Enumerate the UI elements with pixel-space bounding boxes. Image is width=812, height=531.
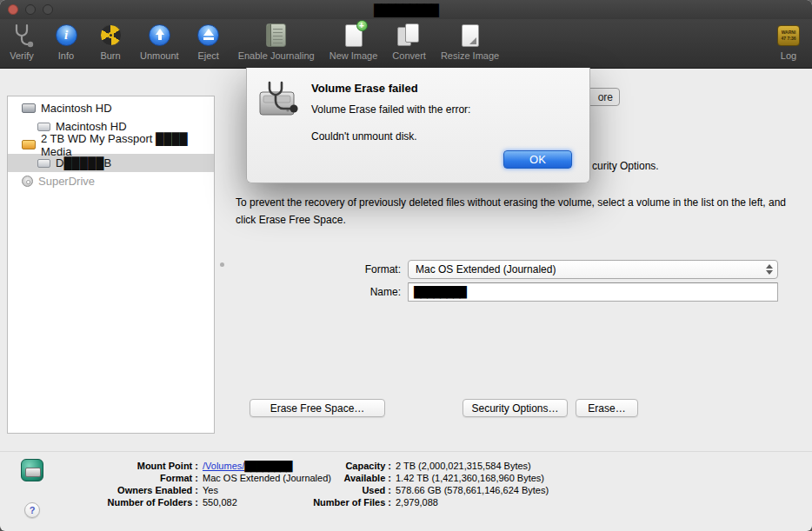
toolbar-label: Verify	[10, 50, 34, 61]
owners-enabled-row: Owners Enabled : Yes	[35, 484, 331, 496]
toolbar-enable-journaling-button[interactable]: Enable Journaling	[238, 22, 315, 61]
info-label: Mount Point :	[35, 460, 198, 472]
mount-point-row: Mount Point : /Volumes/████████	[35, 460, 331, 472]
titlebar[interactable]: █████████	[0, 0, 812, 19]
toolbar-eject-button[interactable]: Eject	[194, 22, 223, 61]
toolbar-verify-button[interactable]: Verify	[7, 22, 37, 61]
used-row: Used : 578.66 GB (578,661,146,624 Bytes)	[296, 484, 549, 496]
sidebar-item-label: 2 TB WD My Passport ████ Media	[41, 132, 214, 158]
sidebar-item-wd-passport-disk[interactable]: 2 TB WD My Passport ████ Media	[8, 136, 214, 154]
info-label: Capacity :	[296, 460, 391, 472]
info-value: 1.42 TB (1,421,360,168,960 Bytes)	[396, 472, 544, 484]
sidebar-item-label: D█████B	[56, 156, 111, 169]
format-selected-value: Mac OS Extended (Journaled)	[416, 263, 556, 275]
capacity-row: Capacity : 2 TB (2,000,021,315,584 Bytes…	[296, 460, 549, 472]
toolbar-label: Eject	[197, 50, 218, 61]
toolbar-label: Info	[58, 50, 74, 61]
toolbar-label: Burn	[100, 50, 120, 61]
dialog-detail: Couldn't unmount disk.	[311, 130, 417, 143]
stethoscope-icon	[10, 22, 34, 49]
info-footer: ? Mount Point : /Volumes/████████ Format…	[0, 451, 812, 531]
info-value: Yes	[203, 484, 218, 496]
erase-free-space-button[interactable]: Erase Free Space…	[250, 399, 385, 417]
warning-badge-text: 47 7:36	[782, 36, 796, 42]
toolbar-info-button[interactable]: Info	[51, 22, 81, 61]
toolbar-unmount-button[interactable]: Unmount	[140, 22, 179, 61]
tab-label-fragment: ore	[598, 91, 613, 103]
erase-button[interactable]: Erase…	[576, 399, 638, 417]
unmount-icon	[149, 24, 170, 46]
volume-erase-failed-dialog: Volume Erase failed Volume Erase failed …	[246, 68, 590, 183]
burn-icon	[100, 24, 122, 46]
footer-right-column: Capacity : 2 TB (2,000,021,315,584 Bytes…	[296, 460, 549, 508]
window-title: █████████	[0, 3, 812, 17]
info-label: Number of Files :	[296, 496, 391, 508]
ok-button[interactable]: OK	[503, 150, 572, 169]
footer-left-column: Mount Point : /Volumes/████████ Format :…	[35, 460, 331, 508]
warning-badge-text: WARNI	[782, 30, 796, 36]
sidebar-item-macintosh-hd-disk[interactable]: Macintosh HD	[8, 99, 214, 117]
toolbar-resize-image-button[interactable]: Resize Image	[441, 22, 499, 61]
mount-point-redacted: ████████	[244, 461, 291, 471]
toolbar-label: Log	[781, 50, 796, 61]
info-label: Number of Folders :	[35, 496, 198, 508]
info-value: 2 TB (2,000,021,315,584 Bytes)	[396, 460, 531, 472]
info-label: Format :	[35, 472, 198, 484]
sidebar-item-superdrive[interactable]: SuperDrive	[8, 172, 214, 190]
name-row: Name: ████████	[236, 282, 778, 302]
mount-point-value: /Volumes/████████	[203, 460, 292, 472]
number-of-files-row: Number of Files : 2,979,088	[296, 496, 549, 508]
security-options-button[interactable]: Security Options…	[463, 399, 568, 417]
splitter-handle[interactable]	[220, 262, 224, 267]
info-value: 2,979,088	[396, 496, 438, 508]
format-label: Format:	[236, 263, 401, 275]
warning-log-icon: WARNI 47 7:36	[777, 25, 800, 46]
toolbar-burn-button[interactable]: Burn	[96, 22, 125, 61]
convert-icon	[397, 23, 421, 48]
external-drive-icon	[22, 140, 36, 149]
name-value: ████████	[414, 286, 466, 298]
info-label: Owners Enabled :	[35, 484, 198, 496]
name-input[interactable]: ████████	[408, 282, 778, 302]
toolbar-left-group: Verify Info Burn Unmount Eject Enable Jo	[7, 22, 499, 61]
partial-sentence: curity Options.	[592, 160, 659, 172]
dialog-message: Volume Erase failed with the error:	[311, 103, 470, 116]
resize-image-icon	[462, 24, 479, 47]
toolbar-label: Unmount	[140, 50, 179, 61]
disk-utility-window: █████████ Verify Info Burn	[0, 0, 812, 531]
volume-icon	[37, 123, 50, 131]
plus-badge-icon	[356, 20, 368, 31]
toolbar-label: Convert	[392, 50, 426, 61]
chevron-up-down-icon	[766, 264, 773, 275]
info-value: 550,082	[203, 496, 237, 508]
sidebar-item-label: Macintosh HD	[41, 102, 112, 115]
toolbar-log-button[interactable]: WARNI 47 7:36 Log	[774, 22, 803, 61]
toolbar: Verify Info Burn Unmount Eject Enable Jo	[0, 19, 812, 69]
erase-instructions-text: To prevent the recovery of previously de…	[236, 194, 789, 229]
sidebar-item-label: SuperDrive	[38, 175, 95, 188]
mount-point-link[interactable]: /Volumes/	[203, 461, 244, 471]
optical-disc-icon	[22, 176, 33, 187]
journal-icon	[266, 23, 286, 47]
internal-drive-icon	[22, 103, 36, 113]
toolbar-right-group: WARNI 47 7:36 Log	[774, 22, 803, 61]
disk-stethoscope-icon	[257, 78, 301, 123]
format-select[interactable]: Mac OS Extended (Journaled)	[408, 260, 778, 279]
info-icon	[56, 24, 77, 46]
new-image-icon	[345, 24, 363, 47]
name-label: Name:	[236, 286, 401, 298]
toolbar-convert-button[interactable]: Convert	[392, 22, 426, 61]
toolbar-label: Resize Image	[441, 50, 499, 61]
format-row: Format: Mac OS Extended (Journaled)	[236, 260, 778, 279]
dialog-title: Volume Erase failed	[311, 82, 418, 95]
info-value: 578.66 GB (578,661,146,624 Bytes)	[396, 484, 549, 496]
info-label: Available :	[296, 472, 391, 484]
device-list: Macintosh HD Macintosh HD 2 TB WD My Pas…	[7, 96, 215, 434]
toolbar-label: New Image	[329, 50, 378, 61]
toolbar-label: Enable Journaling	[238, 50, 315, 61]
toolbar-new-image-button[interactable]: New Image	[329, 22, 378, 61]
number-of-folders-row: Number of Folders : 550,082	[35, 496, 331, 508]
format-info-row: Format : Mac OS Extended (Journaled)	[35, 472, 331, 484]
volume-icon	[37, 159, 50, 168]
available-row: Available : 1.42 TB (1,421,360,168,960 B…	[296, 472, 549, 484]
